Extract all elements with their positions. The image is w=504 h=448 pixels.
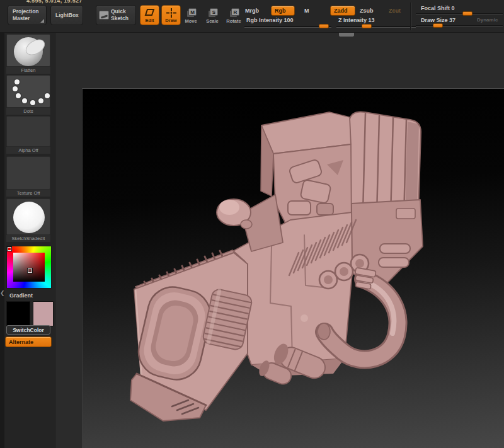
cursor-coordinates: 4.595, 5.014, 19.527 bbox=[26, 0, 83, 4]
stroke-dot bbox=[14, 79, 20, 84]
rotate-button[interactable]: R Rotate bbox=[224, 5, 243, 25]
zcut-button[interactable]: Zcut bbox=[389, 8, 401, 14]
draw-crosshair-icon bbox=[166, 8, 176, 18]
top-toolbar: 4.595, 5.014, 19.527 Projection Master L… bbox=[0, 0, 504, 33]
stroke-selector[interactable] bbox=[6, 75, 50, 108]
stroke-dot bbox=[16, 93, 21, 98]
pencil-icon bbox=[99, 11, 109, 20]
switch-color-button[interactable]: SwitchColor bbox=[6, 325, 50, 335]
draw-button[interactable]: Draw bbox=[161, 5, 181, 25]
edit-label: Edit bbox=[145, 18, 154, 23]
draw-size-handle[interactable] bbox=[433, 23, 443, 28]
mrgb-button[interactable]: Mrgb bbox=[245, 8, 259, 14]
material-sphere-icon bbox=[7, 199, 50, 235]
stroke-dot bbox=[13, 86, 18, 91]
stroke-dot bbox=[22, 98, 27, 103]
rotate-label: Rotate bbox=[226, 18, 241, 24]
stroke-label[interactable]: Dots bbox=[6, 108, 50, 115]
alpha-label[interactable]: Alpha Off bbox=[6, 147, 50, 154]
quick-sketch-button[interactable]: Quick Sketch bbox=[96, 5, 136, 25]
sv-cursor[interactable] bbox=[27, 268, 33, 273]
rgb-intensity-slider[interactable] bbox=[244, 26, 331, 28]
focal-shift-handle[interactable] bbox=[462, 11, 472, 16]
brush-selector[interactable] bbox=[6, 34, 50, 67]
rgb-button[interactable]: Rgb bbox=[271, 6, 295, 16]
projection-master-label: Projection Master bbox=[13, 8, 42, 21]
rotate-icon: R bbox=[231, 8, 239, 16]
zbrush-window: { "toolbar": { "coords": "4.595, 5.014, … bbox=[0, 0, 504, 448]
z-intensity-slider-label[interactable]: Z Intensity 13 bbox=[338, 17, 375, 23]
zadd-button[interactable]: Zadd bbox=[330, 6, 355, 16]
brush-label[interactable]: Flatten bbox=[6, 67, 50, 74]
move-label: Move bbox=[185, 18, 197, 24]
alternate-label: Alternate bbox=[9, 339, 33, 345]
z-intensity-handle[interactable] bbox=[362, 24, 372, 28]
material-selector[interactable] bbox=[6, 198, 50, 235]
switch-color-label: SwitchColor bbox=[13, 327, 44, 333]
rgb-label: Rgb bbox=[275, 8, 286, 14]
zsub-button[interactable]: Zsub bbox=[360, 8, 374, 14]
draw-size-slider[interactable] bbox=[416, 25, 503, 27]
panel-grab-handle[interactable] bbox=[338, 33, 355, 37]
corner-fold-icon bbox=[40, 19, 44, 23]
m-button[interactable]: M bbox=[304, 8, 309, 14]
z-intensity-slider[interactable] bbox=[336, 26, 416, 28]
lightbox-label: LightBox bbox=[55, 12, 79, 18]
draw-size-slider-label[interactable]: Draw Size 37 bbox=[421, 17, 455, 23]
scale-button[interactable]: S Scale bbox=[203, 5, 222, 25]
color-picker[interactable] bbox=[6, 246, 52, 289]
left-rail: ❮ bbox=[0, 33, 4, 448]
alternate-button[interactable]: Alternate bbox=[5, 336, 52, 347]
edit-button[interactable]: Edit bbox=[140, 5, 159, 25]
secondary-color-swatch[interactable] bbox=[33, 301, 54, 326]
material-label[interactable]: SketchShaded3 bbox=[6, 235, 50, 242]
projection-master-button[interactable]: Projection Master bbox=[8, 5, 47, 25]
zadd-label: Zadd bbox=[334, 8, 348, 14]
move-button[interactable]: M Move bbox=[181, 5, 200, 25]
focal-shift-slider[interactable] bbox=[416, 13, 503, 15]
alpha-selector[interactable] bbox=[6, 116, 50, 147]
scale-icon: S bbox=[210, 8, 218, 16]
dynamic-toggle[interactable]: Dynamic bbox=[477, 17, 498, 23]
rgb-intensity-handle[interactable] bbox=[319, 24, 329, 28]
stroke-dot bbox=[30, 100, 35, 105]
texture-selector[interactable] bbox=[6, 156, 50, 190]
rgb-intensity-slider-label[interactable]: Rgb Intensity 100 bbox=[246, 17, 294, 23]
hue-cursor[interactable] bbox=[7, 246, 12, 251]
focal-shift-slider-label[interactable]: Focal Shift 0 bbox=[421, 5, 455, 11]
primary-color-swatch[interactable] bbox=[6, 301, 30, 326]
model-3d-scifi-gun[interactable] bbox=[83, 89, 504, 448]
scale-label: Scale bbox=[206, 18, 219, 24]
stroke-dot bbox=[38, 98, 43, 103]
flatten-brush-icon bbox=[7, 35, 50, 67]
lightbox-button[interactable]: LightBox bbox=[50, 5, 83, 25]
document-canvas[interactable] bbox=[82, 88, 504, 448]
toolbar-separator bbox=[410, 3, 411, 30]
move-icon: M bbox=[188, 8, 197, 16]
texture-label[interactable]: Texture Off bbox=[6, 190, 50, 197]
edit-trapezoid-icon bbox=[144, 8, 156, 16]
draw-label: Draw bbox=[165, 18, 176, 23]
gradient-toggle[interactable]: Gradient bbox=[9, 292, 33, 299]
stroke-dot bbox=[45, 93, 50, 98]
quick-sketch-label: Quick Sketch bbox=[111, 8, 135, 21]
left-shelf: Flatten Dots Alpha Off Texture Off Sketc… bbox=[4, 33, 55, 448]
saturation-value-square[interactable] bbox=[13, 253, 45, 282]
